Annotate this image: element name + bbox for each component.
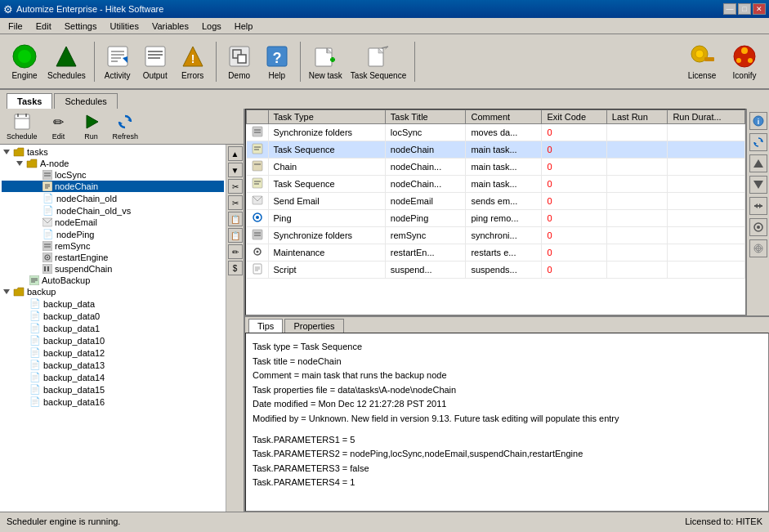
col-last-run[interactable]: Last Run: [606, 110, 668, 124]
tree-item-backup_data14[interactable]: 📄 backup_data14: [2, 371, 224, 383]
tree-item-backup_data13[interactable]: 📄 backup_data13: [2, 359, 224, 371]
tab-schedules[interactable]: Schedules: [54, 93, 117, 109]
run-button[interactable]: Run: [77, 110, 106, 142]
lstrip-copy-btn[interactable]: 📋: [228, 212, 243, 226]
menu-edit[interactable]: Edit: [29, 20, 58, 33]
table-row[interactable]: Chain nodeChain... main task... 0: [247, 159, 745, 176]
col-run-durat[interactable]: Run Durat...: [668, 110, 745, 124]
tree-container[interactable]: tasks A-node locSync nodeChain 📄 nodeCha…: [0, 145, 226, 512]
row-task-type: Send Email: [268, 193, 385, 210]
lstrip-dollar-btn[interactable]: $: [228, 261, 243, 275]
tree-item-backup_data16[interactable]: 📄 backup_data16: [2, 396, 224, 408]
row-exit-code: 0: [542, 176, 606, 193]
activity-icon: [105, 43, 131, 69]
tree-item-locSync[interactable]: locSync: [2, 169, 224, 181]
tree-item-backup_data0[interactable]: 📄 backup_data0: [2, 310, 224, 322]
table-row[interactable]: Maintenance restartEn... restarts e... 0: [247, 244, 745, 262]
col-task-title[interactable]: Task Title: [385, 110, 466, 124]
down-btn[interactable]: [749, 176, 767, 194]
col-type[interactable]: [247, 110, 269, 124]
table-row[interactable]: Ping nodePing ping remo... 0: [247, 210, 745, 227]
table-row[interactable]: Task Sequence nodeChain main task... 0: [247, 141, 745, 159]
arrow-btn[interactable]: [749, 197, 767, 215]
table-row[interactable]: Send Email nodeEmail sends em... 0: [247, 193, 745, 210]
table-row[interactable]: Script suspend... suspends... 0: [247, 262, 745, 279]
tree-label: backup_data15: [43, 385, 105, 395]
lstrip-cut2-btn[interactable]: ✂: [228, 195, 243, 210]
table-row[interactable]: Synchronize folders remSync synchroni...…: [247, 227, 745, 244]
tree-item-nodeChain_old_vs[interactable]: 📄 nodeChain_old_vs: [2, 204, 224, 217]
menu-utilities[interactable]: Utilities: [103, 20, 145, 33]
table-row[interactable]: Synchronize folders locSync moves da... …: [247, 124, 745, 141]
demo-button[interactable]: Demo: [221, 42, 257, 82]
btab-properties[interactable]: Properties: [284, 319, 343, 333]
tree-item-backup[interactable]: backup: [2, 286, 224, 297]
activity-button[interactable]: Activity: [100, 42, 136, 82]
tree-item-remSync[interactable]: remSync: [2, 240, 224, 252]
target-btn[interactable]: [749, 239, 767, 257]
schedules-button[interactable]: Schedules: [44, 42, 89, 82]
maximize-button[interactable]: □: [738, 3, 751, 15]
help-button[interactable]: ? Help: [259, 42, 295, 82]
info-btn[interactable]: i: [749, 112, 767, 130]
menu-settings[interactable]: Settings: [58, 20, 104, 33]
tree-item-tasks-root[interactable]: tasks: [2, 146, 224, 158]
row-comment: synchroni...: [466, 227, 542, 244]
lstrip-up-btn[interactable]: ▲: [228, 146, 243, 161]
tree-item-backup_data15[interactable]: 📄 backup_data15: [2, 383, 224, 396]
svg-point-85: [256, 251, 258, 253]
menu-help[interactable]: Help: [228, 20, 260, 33]
tree-item-backup_data[interactable]: 📄 backup_data: [2, 297, 224, 310]
table-container[interactable]: Task Type Task Title Comment Exit Code L…: [245, 109, 746, 315]
tree-item-nodeChain_old[interactable]: 📄 nodeChain_old: [2, 192, 224, 204]
row-task-title: nodeChain: [385, 141, 466, 159]
property-line: Task.PARAMETERS4 = 1: [253, 476, 762, 490]
tree-item-restartEngine[interactable]: restartEngine: [2, 252, 224, 263]
tree-item-a-node[interactable]: A-node: [2, 158, 224, 169]
up-btn[interactable]: [749, 154, 767, 172]
row-run-durat: [668, 193, 745, 210]
tree-item-nodeChain[interactable]: nodeChain: [2, 181, 224, 192]
engine-button[interactable]: Engine: [7, 42, 42, 82]
svg-marker-66: [3, 289, 10, 294]
tree-item-backup_data12[interactable]: 📄 backup_data12: [2, 346, 224, 359]
iconify-button[interactable]: Iconify: [727, 42, 762, 82]
new-task-button[interactable]: New task: [306, 42, 346, 82]
svg-rect-75: [253, 178, 262, 188]
tree-label: backup: [27, 287, 56, 297]
sync-btn[interactable]: [749, 133, 767, 151]
output-button[interactable]: Output: [137, 42, 173, 82]
tree-item-AutoBackup[interactable]: AutoBackup: [2, 275, 224, 286]
row-exit-code: 0: [542, 141, 606, 159]
refresh-button[interactable]: Refresh: [110, 110, 142, 142]
lstrip-down-btn[interactable]: ▼: [228, 163, 243, 177]
table-row[interactable]: Task Sequence nodeChain... main task... …: [247, 176, 745, 193]
tree-item-nodeEmail[interactable]: nodeEmail: [2, 217, 224, 228]
menu-file[interactable]: File: [2, 20, 29, 33]
tab-tasks[interactable]: Tasks: [7, 93, 52, 109]
circle-btn[interactable]: [749, 218, 767, 236]
lstrip-paste-btn[interactable]: 📋: [228, 228, 243, 243]
errors-button[interactable]: ! Errors: [175, 42, 211, 82]
col-task-type[interactable]: Task Type: [268, 110, 385, 124]
btab-tips[interactable]: Tips: [248, 319, 283, 333]
task-seq-button[interactable]: Task Sequence: [347, 42, 409, 82]
minimize-button[interactable]: —: [723, 3, 736, 15]
row-comment: suspends...: [466, 262, 542, 279]
tree-item-backup_data10[interactable]: 📄 backup_data10: [2, 334, 224, 346]
new-task-icon: [312, 43, 338, 69]
edit-button[interactable]: ✏ Edit: [44, 110, 74, 142]
col-exit-code[interactable]: Exit Code: [542, 110, 606, 124]
tree-item-backup_data1[interactable]: 📄 backup_data1: [2, 322, 224, 334]
bottom-content: Task type = Task SequenceTask title = no…: [245, 333, 769, 512]
tree-item-suspendChain[interactable]: suspendChain: [2, 263, 224, 275]
menu-variables[interactable]: Variables: [145, 20, 195, 33]
menu-logs[interactable]: Logs: [195, 20, 228, 33]
lstrip-cut-btn[interactable]: ✂: [228, 179, 243, 194]
close-button[interactable]: ✕: [753, 3, 766, 15]
col-comment[interactable]: Comment: [466, 110, 542, 124]
schedule-button[interactable]: Schedule: [3, 110, 41, 142]
tree-item-nodePing[interactable]: 📄 nodePing: [2, 228, 224, 240]
license-button[interactable]: License: [684, 42, 720, 82]
lstrip-edit-btn[interactable]: ✏: [228, 244, 243, 259]
